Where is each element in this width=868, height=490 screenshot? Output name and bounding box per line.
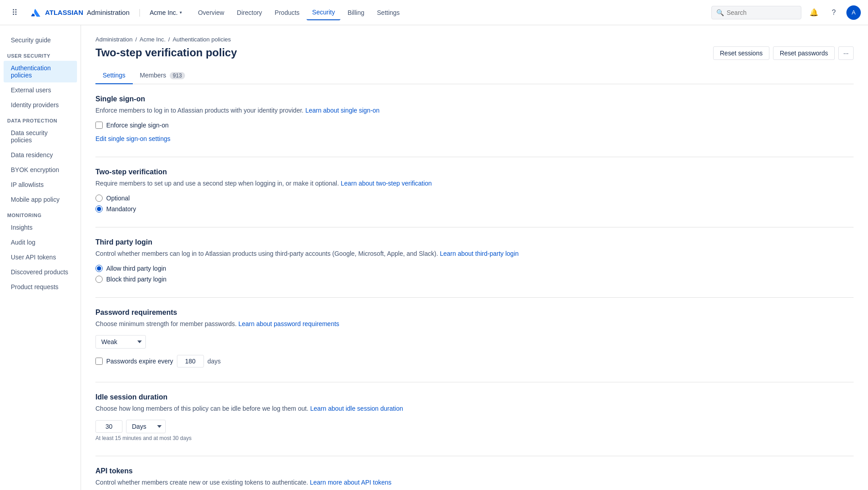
section-two-step: Two-step verification Require members to…	[95, 168, 854, 213]
search-input[interactable]	[727, 9, 794, 16]
page-layout: Security guide USER SECURITY Authenticat…	[0, 25, 868, 490]
block-third-party-row: Block third party login	[95, 276, 854, 283]
divider-3	[95, 297, 854, 298]
members-badge: 913	[170, 72, 185, 79]
search-box[interactable]: 🔍	[711, 6, 801, 19]
two-step-mandatory-radio[interactable]	[95, 205, 103, 213]
two-step-title: Two-step verification	[95, 168, 854, 176]
two-step-optional-label[interactable]: Optional	[106, 195, 130, 202]
sidebar-item-data-security-policies[interactable]: Data security policies	[4, 126, 77, 147]
tab-settings[interactable]: Settings	[95, 67, 133, 84]
divider-4	[95, 382, 854, 382]
org-selector[interactable]: Acme Inc. ▾	[149, 9, 181, 16]
divider-1	[95, 157, 854, 157]
sidebar-item-data-residency[interactable]: Data residency	[4, 148, 77, 162]
org-name: Acme Inc.	[149, 9, 177, 16]
app-logo[interactable]: ATLASSIAN Administration	[29, 6, 130, 19]
password-title: Password requirements	[95, 309, 854, 317]
sidebar-item-mobile-app-policy[interactable]: Mobile app policy	[4, 192, 77, 207]
expire-passwords-label[interactable]: Passwords expire every	[106, 358, 173, 365]
sidebar-section-monitoring: MONITORING	[0, 207, 81, 220]
sidebar-item-external-users[interactable]: External users	[4, 83, 77, 97]
password-strength-select[interactable]: Weak Fair Strong Very Strong	[95, 335, 146, 349]
two-step-options: Optional Mandatory	[95, 195, 854, 213]
sso-learn-link[interactable]: Learn about single sign-on	[305, 107, 380, 114]
sidebar-item-insights[interactable]: Insights	[4, 220, 77, 235]
two-step-mandatory-label[interactable]: Mandatory	[106, 205, 136, 213]
expire-passwords-row: Passwords expire every days	[95, 355, 854, 368]
allow-third-party-radio[interactable]	[95, 265, 103, 272]
nav-billing[interactable]: Billing	[342, 5, 370, 20]
breadcrumb-administration[interactable]: Administration	[95, 36, 132, 43]
nav-settings[interactable]: Settings	[371, 5, 405, 20]
divider-2	[95, 227, 854, 227]
sidebar: Security guide USER SECURITY Authenticat…	[0, 25, 81, 490]
idle-session-unit-select[interactable]: Minutes Hours Days	[126, 420, 166, 433]
breadcrumb-acme[interactable]: Acme Inc.	[140, 36, 166, 43]
api-tokens-learn-link[interactable]: Learn more about API tokens	[310, 479, 391, 486]
nav-links: Overview Directory Products Security Bil…	[193, 5, 405, 20]
sidebar-item-audit-log[interactable]: Audit log	[4, 235, 77, 250]
sidebar-item-user-api-tokens[interactable]: User API tokens	[4, 250, 77, 264]
expire-passwords-checkbox[interactable]	[95, 358, 103, 365]
idle-session-title: Idle session duration	[95, 393, 854, 401]
reset-sessions-button[interactable]: Reset sessions	[713, 46, 769, 60]
third-party-description: Control whether members can log in to At…	[95, 249, 854, 259]
reset-passwords-button[interactable]: Reset passwords	[773, 46, 835, 60]
block-third-party-radio[interactable]	[95, 276, 103, 283]
third-party-learn-link[interactable]: Learn about third-party login	[440, 250, 519, 257]
section-third-party: Third party login Control whether member…	[95, 238, 854, 283]
nav-products[interactable]: Products	[269, 5, 305, 20]
password-learn-link[interactable]: Learn about password requirements	[238, 320, 339, 327]
enforce-sso-checkbox[interactable]	[95, 122, 103, 129]
section-api-tokens: API tokens Control whether members creat…	[95, 467, 854, 490]
password-strength-wrapper: Weak Fair Strong Very Strong	[95, 335, 854, 349]
password-description: Choose minimum strength for member passw…	[95, 319, 854, 329]
two-step-optional-radio[interactable]	[95, 195, 103, 202]
breadcrumb: Administration / Acme Inc. / Authenticat…	[95, 36, 854, 43]
enforce-sso-label[interactable]: Enforce single sign-on	[106, 122, 169, 129]
page-title: Two-step verification policy	[95, 46, 237, 59]
idle-session-learn-link[interactable]: Learn about idle session duration	[310, 405, 403, 412]
sidebar-item-discovered-products[interactable]: Discovered products	[4, 265, 77, 279]
third-party-title: Third party login	[95, 238, 854, 246]
more-actions-button[interactable]: ···	[838, 46, 854, 60]
nav-right: 🔍 🔔 ? A	[711, 5, 861, 20]
breadcrumb-auth-policies[interactable]: Authentication policies	[172, 36, 231, 43]
page-header: Two-step verification policy Reset sessi…	[95, 46, 854, 60]
sidebar-item-ip-allowlists[interactable]: IP allowlists	[4, 177, 77, 192]
nav-security[interactable]: Security	[307, 5, 340, 20]
tab-members[interactable]: Members 913	[133, 67, 192, 84]
idle-session-controls: Minutes Hours Days	[95, 420, 854, 433]
sidebar-section-data-protection: DATA PROTECTION	[0, 113, 81, 125]
notifications-button[interactable]: 🔔	[807, 5, 821, 20]
edit-sso-link[interactable]: Edit single sign-on settings	[95, 135, 171, 142]
sidebar-item-security-guide[interactable]: Security guide	[4, 33, 77, 47]
atlassian-text: ATLASSIAN	[45, 9, 83, 16]
sso-description: Enforce members to log in to Atlassian p…	[95, 106, 854, 115]
expire-days-input[interactable]	[177, 355, 204, 368]
grid-icon[interactable]: ⠿	[7, 5, 22, 20]
two-step-learn-link[interactable]: Learn about two-step verification	[341, 180, 432, 187]
top-nav: ⠿ ATLASSIAN Administration | Acme Inc. ▾…	[0, 0, 868, 25]
two-step-optional-row: Optional	[95, 195, 854, 202]
sidebar-item-authentication-policies[interactable]: Authentication policies	[4, 61, 77, 82]
allow-third-party-label[interactable]: Allow third party login	[106, 265, 166, 272]
nav-overview[interactable]: Overview	[193, 5, 230, 20]
help-button[interactable]: ?	[827, 5, 841, 20]
sidebar-item-identity-providers[interactable]: Identity providers	[4, 98, 77, 112]
section-sso: Single sign-on Enforce members to log in…	[95, 95, 854, 142]
idle-session-hint: At least 15 minutes and at most 30 days	[95, 435, 854, 441]
sidebar-item-product-requests[interactable]: Product requests	[4, 280, 77, 294]
section-idle-session: Idle session duration Choose how long me…	[95, 393, 854, 441]
api-tokens-title: API tokens	[95, 467, 854, 475]
block-third-party-label[interactable]: Block third party login	[106, 276, 167, 283]
idle-session-value-input[interactable]	[95, 420, 122, 433]
avatar[interactable]: A	[846, 5, 861, 20]
sidebar-item-byok-encryption[interactable]: BYOK encryption	[4, 163, 77, 177]
days-label: days	[208, 358, 221, 365]
main-content: Administration / Acme Inc. / Authenticat…	[81, 25, 868, 490]
two-step-description: Require members to set up and use a seco…	[95, 179, 854, 188]
nav-directory[interactable]: Directory	[231, 5, 267, 20]
sidebar-section-user-security: USER SECURITY	[0, 48, 81, 60]
